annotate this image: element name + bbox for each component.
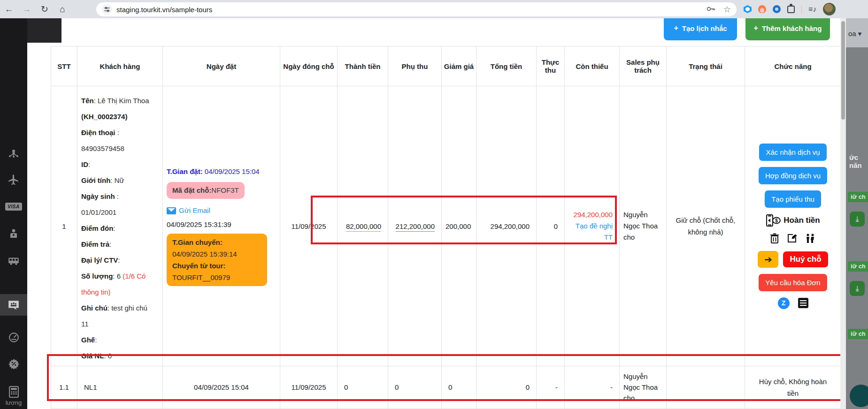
tour-guide-icon [8, 228, 19, 239]
refund-phone-icon: $ [766, 214, 781, 227]
dimmed-header-remnant [27, 18, 61, 43]
customer-dob: Ngày sinh : 01/01/2001 [81, 189, 154, 220]
sidebar-item-group-chat[interactable] [0, 294, 27, 316]
home-icon[interactable]: ⌂ [54, 4, 71, 15]
sidebar-item-guide[interactable] [0, 223, 27, 244]
cancel-booking-button[interactable]: Huỷ chỗ [783, 251, 828, 267]
row11-remaining: - [565, 366, 620, 409]
request-invoice-button[interactable]: Yêu cầu hóa Đơn [759, 274, 827, 291]
bookmark-star-icon[interactable]: ☆ [723, 4, 731, 15]
network-icon [8, 148, 19, 159]
row1-amount[interactable]: 82,000,000 [338, 86, 388, 366]
back-icon[interactable]: ← [0, 4, 18, 15]
sidebar-item-bus[interactable] [0, 250, 27, 272]
col-header-remaining: Còn thiếu [565, 46, 620, 86]
chevron-down-icon: ▾ [858, 30, 862, 38]
address-bar[interactable]: staging.tourkit.vn/sample-tours ☆ [96, 2, 737, 16]
row11-total: 0 [476, 366, 537, 409]
edit-icon[interactable] [787, 233, 797, 245]
create-receipt-button[interactable]: Tạo phiếu thu [765, 190, 821, 208]
bg-download-button: ⤓ [850, 212, 865, 227]
sidebar-item-discount[interactable] [0, 353, 27, 374]
col-header-customer: Khách hàng [77, 46, 163, 86]
bus-icon [8, 255, 20, 267]
create-payment-request-link[interactable]: Tạo đề nghị TT [568, 220, 613, 243]
row1-surcharge[interactable]: 212,200,000 [388, 86, 442, 366]
chat-widget-icon[interactable] [850, 385, 868, 407]
col-header-discount: Giảm giá [442, 46, 476, 86]
bg-column-header-fragment: ức năn [849, 153, 868, 169]
col-header-booking-date: Ngày đặt [163, 46, 280, 86]
booking-code-badge: Mã đặt chỗ:NFOF3T [167, 182, 245, 199]
gauge-icon [8, 332, 20, 343]
delete-trash-icon[interactable] [770, 233, 779, 245]
col-header-actions: Chức năng [745, 46, 841, 86]
extension-flame-icon[interactable] [758, 5, 766, 13]
reload-icon[interactable]: ↻ [36, 4, 54, 15]
bg-status-badge: iữ ch [848, 192, 868, 202]
customer-name: Tên: Lê Thị Kim Thoa (KH_0002374) [81, 93, 154, 125]
visa-icon: VISA [5, 203, 22, 211]
plus-icon: + [754, 24, 758, 32]
row1-discount: 200,000 [442, 86, 476, 366]
booking-subrow-1-1: 1.1 NL1 04/09/2025 15:04 11/09/2025 0 0 … [51, 366, 841, 409]
row1-stt: 1 [51, 86, 77, 366]
move-booking-button[interactable]: ➔ [758, 251, 778, 268]
row11-name: NL1 [77, 366, 163, 409]
row1-remaining-cell: 294,200,000 Tạo đề nghị TT [565, 86, 620, 366]
scrollbar-thumb[interactable] [841, 21, 845, 120]
dimmed-page-header: oa ▾ [846, 18, 868, 47]
send-email-link[interactable]: Gửi Email [167, 204, 210, 217]
zalo-icon[interactable]: Z [778, 297, 790, 309]
refund-button[interactable]: $ Hoàn tiền [766, 214, 820, 227]
passengers-icon[interactable] [805, 233, 816, 245]
row11-action-text: Hủy chỗ, Không hoàn tiền [745, 366, 841, 409]
url-text[interactable]: staging.tourkit.vn/sample-tours [116, 6, 707, 14]
user-menu-fragment: oa ▾ [848, 30, 861, 38]
booking-created-datetime: 04/09/2025 15:31:39 [167, 219, 274, 231]
percent-badge-icon [8, 358, 20, 370]
people-chat-icon [8, 299, 20, 311]
plus-icon: + [674, 24, 678, 32]
row11-received: - [537, 366, 565, 409]
col-header-sales: Sales phụ trách [620, 46, 667, 86]
service-contract-button[interactable]: Hợp đồng dịch vụ [759, 167, 827, 184]
row11-amount: 0 [338, 366, 388, 409]
bg-status-badge: iữ ch [848, 329, 868, 339]
row11-discount: 0 [442, 366, 476, 409]
envelope-icon [167, 207, 176, 214]
extensions-puzzle-icon[interactable] [787, 6, 795, 13]
sidebar-item-flights[interactable] [0, 168, 27, 190]
customer-seat: Ghế: [81, 332, 154, 348]
screen: ← → ↻ ⌂ staging.tourkit.vn/sample-tours … [0, 0, 868, 409]
sidebar-item-network[interactable] [0, 143, 27, 164]
table-header-row: STT Khách hàng Ngày đặt Ngày đóng chỗ Th… [51, 46, 841, 86]
tab-list-icon[interactable]: ≡♪ [808, 5, 816, 14]
modal-scrollbar[interactable] [840, 18, 846, 409]
col-header-surcharge: Phụ thu [388, 46, 442, 86]
forward-icon[interactable]: → [18, 4, 36, 15]
row1-booking-cell: T.Gian đặt: 04/09/2025 15:04 Mã đặt chỗ:… [163, 86, 280, 366]
row1-actions-cell: Xác nhận dịch vụ Hợp đồng dịch vụ Tạo ph… [745, 86, 841, 366]
row11-surcharge: 0 [388, 366, 442, 409]
profile-avatar[interactable] [823, 3, 836, 15]
row11-stt: 1.1 [51, 366, 77, 409]
row1-customer-cell: Tên: Lê Thị Kim Thoa (KH_0002374) Điện t… [77, 86, 163, 366]
confirm-service-button[interactable]: Xác nhận dịch vụ [759, 144, 826, 161]
site-info-icon[interactable] [102, 4, 112, 15]
row11-booking-date[interactable]: 04/09/2025 15:04 [163, 366, 280, 409]
extension-hexagon-icon[interactable] [744, 5, 752, 13]
customer-dropoff: Điểm trả: [81, 236, 154, 252]
bg-download-button: ⤓ [850, 281, 865, 296]
extensions-zone: ≡♪ [744, 0, 836, 18]
password-key-icon[interactable] [707, 5, 716, 14]
transfer-badge: T.Gian chuyển: 04/09/2025 15:39:14 Chuyể… [167, 234, 267, 286]
extension-shutter-icon[interactable] [773, 5, 781, 13]
bg-status-badge: iữ ch [848, 261, 868, 272]
sidebar-item-visa[interactable]: VISA [0, 196, 27, 217]
sidebar-item-dashboard[interactable] [0, 326, 27, 348]
notes-icon[interactable] [798, 298, 808, 308]
customer-adult-price: Giá NL: 0 [81, 348, 154, 364]
app-sidebar: VISA lương [0, 18, 27, 409]
customer-id: ID: [81, 157, 154, 173]
